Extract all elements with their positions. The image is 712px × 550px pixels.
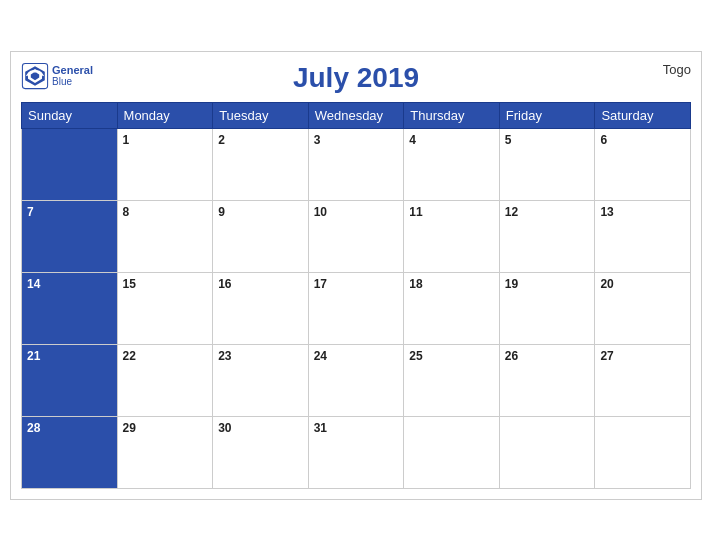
day-number: 5 xyxy=(505,133,512,147)
day-number: 4 xyxy=(409,133,416,147)
calendar-day-cell: 11 xyxy=(404,200,500,272)
calendar-day-cell: 21 xyxy=(22,344,118,416)
calendar-header: General Blue July 2019 Togo xyxy=(21,62,691,94)
day-number: 13 xyxy=(600,205,613,219)
calendar-day-cell: 27 xyxy=(595,344,691,416)
calendar-day-cell: 14 xyxy=(22,272,118,344)
day-number: 28 xyxy=(27,421,40,435)
day-number: 3 xyxy=(314,133,321,147)
calendar-day-cell: 20 xyxy=(595,272,691,344)
calendar-day-cell: 31 xyxy=(308,416,404,488)
day-number: 6 xyxy=(600,133,607,147)
calendar-day-cell: 25 xyxy=(404,344,500,416)
calendar-day-cell: 30 xyxy=(213,416,309,488)
day-number: 22 xyxy=(123,349,136,363)
calendar-day-cell: 13 xyxy=(595,200,691,272)
day-number: 25 xyxy=(409,349,422,363)
calendar-day-cell: 24 xyxy=(308,344,404,416)
day-number: 7 xyxy=(27,205,34,219)
calendar-day-cell: 12 xyxy=(499,200,595,272)
day-number: 8 xyxy=(123,205,130,219)
day-number: 30 xyxy=(218,421,231,435)
day-number: 15 xyxy=(123,277,136,291)
calendar-day-cell: 6 xyxy=(595,128,691,200)
calendar-day-cell: 26 xyxy=(499,344,595,416)
calendar-week-row: 28293031 xyxy=(22,416,691,488)
day-number: 26 xyxy=(505,349,518,363)
day-number: 19 xyxy=(505,277,518,291)
calendar-day-cell: 2 xyxy=(213,128,309,200)
country-label: Togo xyxy=(663,62,691,77)
calendar-day-cell: 29 xyxy=(117,416,213,488)
calendar-day-cell: 23 xyxy=(213,344,309,416)
day-number: 10 xyxy=(314,205,327,219)
calendar-day-cell: 4 xyxy=(404,128,500,200)
header-thursday: Thursday xyxy=(404,102,500,128)
calendar-title: July 2019 xyxy=(293,62,419,94)
day-number: 14 xyxy=(27,277,40,291)
calendar-week-row: 78910111213 xyxy=(22,200,691,272)
general-blue-icon xyxy=(21,62,49,90)
day-number: 31 xyxy=(314,421,327,435)
calendar-week-row: 21222324252627 xyxy=(22,344,691,416)
day-number: 12 xyxy=(505,205,518,219)
header-friday: Friday xyxy=(499,102,595,128)
calendar-day-cell: 5 xyxy=(499,128,595,200)
calendar-day-cell xyxy=(22,128,118,200)
day-number: 9 xyxy=(218,205,225,219)
day-number: 11 xyxy=(409,205,422,219)
calendar-day-cell: 28 xyxy=(22,416,118,488)
weekday-header-row: Sunday Monday Tuesday Wednesday Thursday… xyxy=(22,102,691,128)
calendar-day-cell: 3 xyxy=(308,128,404,200)
day-number: 23 xyxy=(218,349,231,363)
day-number: 18 xyxy=(409,277,422,291)
day-number: 2 xyxy=(218,133,225,147)
logo-text: General Blue xyxy=(52,64,93,87)
header-wednesday: Wednesday xyxy=(308,102,404,128)
calendar-day-cell: 22 xyxy=(117,344,213,416)
header-saturday: Saturday xyxy=(595,102,691,128)
calendar-day-cell: 7 xyxy=(22,200,118,272)
calendar-week-row: 123456 xyxy=(22,128,691,200)
calendar-body: 1234567891011121314151617181920212223242… xyxy=(22,128,691,488)
day-number: 20 xyxy=(600,277,613,291)
day-number: 27 xyxy=(600,349,613,363)
calendar-day-cell: 18 xyxy=(404,272,500,344)
day-number: 1 xyxy=(123,133,130,147)
header-tuesday: Tuesday xyxy=(213,102,309,128)
calendar-week-row: 14151617181920 xyxy=(22,272,691,344)
day-number: 24 xyxy=(314,349,327,363)
calendar-day-cell: 9 xyxy=(213,200,309,272)
logo-area: General Blue xyxy=(21,62,93,90)
day-number: 17 xyxy=(314,277,327,291)
calendar-day-cell xyxy=(499,416,595,488)
header-monday: Monday xyxy=(117,102,213,128)
calendar-day-cell xyxy=(595,416,691,488)
calendar-day-cell: 19 xyxy=(499,272,595,344)
calendar-day-cell: 15 xyxy=(117,272,213,344)
calendar-day-cell: 8 xyxy=(117,200,213,272)
calendar-day-cell xyxy=(404,416,500,488)
calendar-day-cell: 10 xyxy=(308,200,404,272)
day-number: 16 xyxy=(218,277,231,291)
calendar-day-cell: 1 xyxy=(117,128,213,200)
calendar-container: General Blue July 2019 Togo Sunday Monda… xyxy=(10,51,702,500)
calendar-day-cell: 16 xyxy=(213,272,309,344)
calendar-day-cell: 17 xyxy=(308,272,404,344)
calendar-table: Sunday Monday Tuesday Wednesday Thursday… xyxy=(21,102,691,489)
day-number: 21 xyxy=(27,349,40,363)
header-sunday: Sunday xyxy=(22,102,118,128)
day-number: 29 xyxy=(123,421,136,435)
